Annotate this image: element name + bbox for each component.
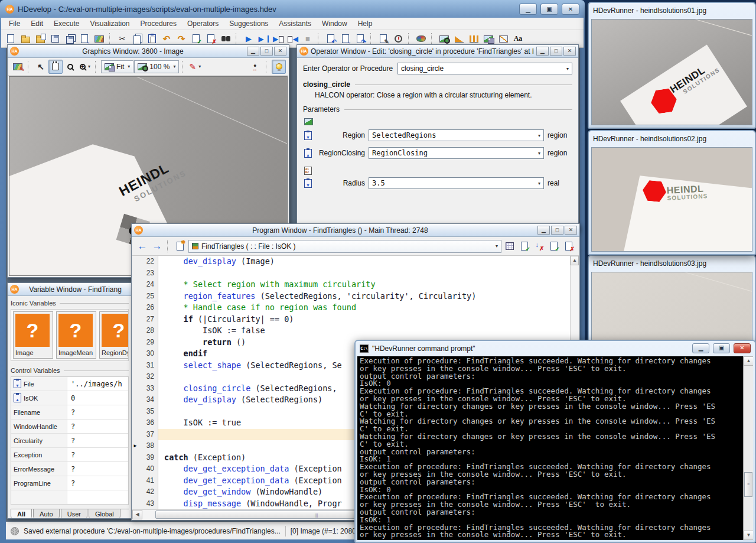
gray-profile-button[interactable] [496,32,510,46]
edit-lines-button[interactable] [376,32,390,46]
step-over-button[interactable] [256,32,271,46]
console-close-button[interactable]: ✕ [734,343,751,353]
runner1-title-bar[interactable]: HDevRunner - heindlsolutions01.jpg [589,3,755,18]
graphics-maximize-button[interactable]: □ [260,47,273,56]
graphics-close-button[interactable]: ✕ [274,47,286,56]
open-append-button[interactable] [33,32,47,46]
graphics-title-bar[interactable]: HA Graphics Window: 3600 - Image ▁ □ ✕ [8,45,289,58]
console-maximize-button[interactable]: ▣ [713,343,730,353]
ignore-check-button[interactable] [562,239,576,253]
zoom-in-tool-button[interactable]: ▾ [78,60,92,74]
activate-line-button[interactable] [189,32,203,46]
zoom-window-tool-button[interactable] [63,60,77,74]
zoom-image-button[interactable] [437,32,451,46]
open-program-button[interactable] [18,32,32,46]
color-palette-button[interactable] [414,32,428,46]
variable-tab-all[interactable]: All [11,509,32,518]
undo-button[interactable]: ↶ [159,32,174,46]
navigate-back-button[interactable]: ← [135,239,149,253]
param-region-select[interactable]: SelectedRegions ▾ [369,129,544,141]
variable-tab-user[interactable]: User [61,509,87,518]
find-button[interactable] [219,32,233,46]
reset-program-button[interactable] [324,32,338,46]
adapt-lut-button[interactable] [272,60,286,74]
graphics-settings-button[interactable] [11,60,25,74]
close-button[interactable]: ✕ [562,4,579,15]
minimize-button[interactable]: ▁ [519,4,537,15]
variable-row-ErrorMessage[interactable]: ErrorMessage? [11,462,128,476]
profiler-button[interactable] [391,32,405,46]
console-title-bar[interactable]: C:\ "HDevRunner command prompt" ▁ ▣ ✕ [356,341,755,356]
console-minimize-button[interactable]: ▁ [692,343,709,353]
iconic-variable-RegionDy[interactable]: ?RegionDy [99,311,129,359]
step-out-button[interactable] [286,32,300,46]
variable-row-Filename[interactable]: Filename? [11,405,128,420]
run-button[interactable]: ▶ [242,32,256,46]
operator-close-button[interactable]: ✕ [563,47,576,56]
code-line-25[interactable]: 25 region_features (SelectedRegions, 'ci… [132,291,570,303]
redo-button[interactable]: ↷ [174,32,188,46]
code-line-28[interactable]: 28 IsOK := false [132,325,570,337]
program-minimize-button[interactable]: ▁ [537,226,550,235]
code-line-23[interactable]: 23 [132,268,570,279]
scroll-up-arrow[interactable]: ▲ [744,356,753,366]
console-scrollbar[interactable]: ▲ ≡ ▼ [743,356,753,540]
deactivate-line-button[interactable] [204,32,218,46]
code-line-27[interactable]: 27 if (|Circularity| == 0) [132,314,570,326]
variable-title-bar[interactable]: HA Variable Window - FindTriang [8,283,132,296]
runner2-title-bar[interactable]: HDevRunner - heindlsolutions02.jpg [589,131,755,146]
menu-suggestions[interactable]: Suggestions [224,18,273,29]
menu-procedures[interactable]: Procedures [135,18,182,29]
fit-mode-select[interactable]: Fit ▾ [101,60,133,73]
variable-row-Circularity[interactable]: Circularity? [11,434,128,448]
screenshot-button[interactable] [92,32,106,46]
operator-minimize-button[interactable]: ▁ [536,47,549,56]
navigate-forward-button[interactable]: → [150,239,164,253]
param-radius-select[interactable]: 3.5 ▾ [369,177,544,189]
runner3-title-bar[interactable]: HDevRunner - heindlsolutions03.jpg [589,256,755,271]
code-line-22[interactable]: 22 dev_display (Image) [132,256,570,268]
variable-row-Exception[interactable]: Exception? [11,448,128,462]
paste-button[interactable] [145,32,159,46]
scroll-left-arrow[interactable]: ◀ [132,510,142,519]
restore-button[interactable]: ▣ [540,4,558,15]
save-as-button[interactable] [63,32,77,46]
new-procedure-button[interactable] [173,239,187,253]
menu-window[interactable]: Window [317,18,353,29]
new-program-button[interactable] [4,32,18,46]
program-maximize-button[interactable]: □ [551,226,563,235]
code-line-26[interactable]: 26 * Handle case if no region was found [132,302,570,314]
gray-histogram-button[interactable] [452,32,466,46]
menu-edit[interactable]: Edit [25,18,48,29]
draw-region-button[interactable]: ✎▾ [188,60,202,74]
graphics-minimize-button[interactable]: ▁ [247,47,259,56]
copy-button[interactable] [130,32,144,46]
menu-assistants[interactable]: Assistants [273,18,317,29]
param-regionclosing-select[interactable]: RegionClosing ▾ [369,147,544,159]
scrollbar-thumb[interactable]: ≡ [744,472,752,497]
feature-histogram-button[interactable] [467,32,481,46]
iconic-variable-ImageMean[interactable]: ?ImageMean [56,311,96,359]
step-into-button[interactable] [271,32,285,46]
variable-tab-global[interactable]: Global [89,509,120,518]
scroll-up-arrow[interactable]: ▲ [571,256,579,265]
zoom-level-select[interactable]: 100 % ▾ [134,60,179,73]
check-procedure-button[interactable] [517,239,532,253]
operator-name-select[interactable]: closing_circle ▾ [397,63,572,74]
operator-title-bar[interactable]: HA Operator Window - Edit: 'closing_circ… [297,45,578,58]
variable-tab-auto[interactable]: Auto [33,509,60,518]
menu-execute[interactable]: Execute [48,18,84,29]
recheck-procedure-button[interactable] [547,239,561,253]
menu-file[interactable]: File [4,18,25,29]
variable-row-File[interactable]: File'../images/h [11,377,128,391]
menu-operators[interactable]: Operators [182,18,224,29]
menu-help[interactable]: Help [353,18,378,29]
code-line-24[interactable]: 24 * Select region with maximum circular… [132,279,570,291]
procedure-select[interactable]: FindTriangles ( : : File : IsOK ) ▾ [188,240,501,253]
select-arrow-button[interactable]: ↖ [34,60,48,74]
delete-breakpoints-button[interactable] [532,239,546,253]
program-title-bar[interactable]: HA Program Window - FindTriangles () - M… [132,224,579,237]
variable-row-WindowHandle[interactable]: WindowHandle? [11,420,128,434]
coordinate-axes-button[interactable] [249,60,263,74]
operator-maximize-button[interactable]: □ [550,47,562,56]
